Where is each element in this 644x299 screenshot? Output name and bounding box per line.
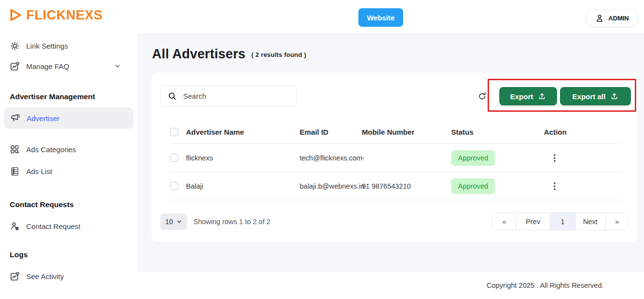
- pagination-controls: « Prev 1 Next »: [492, 212, 629, 230]
- sidebar-section-logs: Logs: [10, 250, 28, 259]
- mobile-number: 91 9876543210: [362, 182, 451, 190]
- person-icon: [595, 14, 604, 23]
- row-actions-menu-icon[interactable]: [551, 154, 623, 162]
- next-page-button[interactable]: Next: [575, 213, 605, 230]
- main-content: All Advertisers( 2 results found ): [137, 33, 644, 272]
- pagination-bar: 10 Showing rows 1 to 2 of 2 « Prev 1 Nex…: [152, 212, 637, 230]
- footer: Copyright 2025 . All Rights Reserved.: [137, 272, 644, 299]
- megaphone-icon: [10, 113, 20, 123]
- sidebar-item-label: Contact Request: [26, 222, 81, 230]
- row-checkbox[interactable]: [170, 182, 178, 190]
- upload-icon: [538, 92, 546, 101]
- activity-icon: [10, 271, 20, 281]
- sidebar-item-label: Advertiser: [27, 114, 60, 123]
- row-actions-menu-icon[interactable]: [551, 182, 623, 191]
- copyright-text: Copyright 2025 . All Rights Reserved.: [487, 281, 604, 289]
- sidebar-item-label: Link Settings: [26, 42, 68, 50]
- sidebar-item-see-activity[interactable]: See Activity: [0, 269, 137, 283]
- rows-summary: Showing rows 1 to 2 of 2: [193, 218, 271, 226]
- page-size-value: 10: [165, 218, 173, 226]
- sidebar-item-label: Ads List: [26, 167, 52, 176]
- gear-icon: [10, 41, 20, 51]
- page-title-text: All Advertisers: [152, 47, 246, 61]
- admin-label: ADMIN: [608, 15, 629, 22]
- advertisers-card: Export Export all: [152, 73, 637, 242]
- results-count: ( 2 results found ): [252, 51, 306, 58]
- search-box: [160, 86, 297, 106]
- search-input[interactable]: [183, 92, 280, 100]
- current-page-button[interactable]: 1: [550, 213, 575, 230]
- refresh-button[interactable]: [473, 87, 491, 106]
- row-checkbox[interactable]: [170, 154, 178, 162]
- activity-icon: [10, 61, 20, 71]
- admin-menu-button[interactable]: ADMIN: [586, 9, 638, 27]
- email-id: balaji.b@webnexs.in: [300, 182, 362, 190]
- sidebar-item-advertiser[interactable]: Advertiser: [4, 107, 134, 129]
- column-header-status: Status: [451, 128, 544, 136]
- status-badge: Approved: [451, 150, 495, 166]
- sidebar: Link Settings Manage FAQ Advertiser Mana…: [0, 33, 137, 299]
- column-header-action: Action: [544, 128, 623, 136]
- prev-page-button[interactable]: Prev: [516, 213, 550, 230]
- table-header-row: Advertiser Name Email ID Mobile Number S…: [170, 121, 623, 144]
- chevron-down-icon[interactable]: [114, 63, 121, 70]
- app-window: FLICKNEXS Website ADMIN Link Settings: [0, 0, 644, 299]
- sidebar-item-manage-faq[interactable]: Manage FAQ: [0, 59, 137, 73]
- list-icon: [10, 166, 20, 176]
- brand-name: FLICKNEXS: [26, 8, 103, 23]
- page-size-select[interactable]: 10: [160, 213, 187, 230]
- table-row: flicknexs tech@flicknexs.com - Approved: [170, 144, 623, 172]
- email-id: tech@flicknexs.com: [300, 154, 362, 162]
- sidebar-item-contact-request[interactable]: Contact Request: [0, 219, 137, 233]
- sidebar-item-ads-categories[interactable]: Ads Categories: [0, 142, 137, 156]
- mobile-number: -: [362, 154, 451, 162]
- sidebar-item-label: Ads Categories: [26, 145, 76, 154]
- select-all-checkbox[interactable]: [170, 128, 178, 136]
- top-bar: FLICKNEXS Website ADMIN: [0, 0, 644, 33]
- sidebar-item-ads-list[interactable]: Ads List: [0, 164, 137, 178]
- column-header-mobile-number: Mobile Number: [362, 128, 451, 136]
- sidebar-item-label: Manage FAQ: [26, 62, 69, 70]
- sidebar-item-label: See Activity: [26, 272, 64, 281]
- last-page-button[interactable]: »: [605, 213, 628, 230]
- sidebar-item-link-settings[interactable]: Link Settings: [0, 39, 137, 53]
- advertisers-table: Advertiser Name Email ID Mobile Number S…: [152, 121, 637, 200]
- website-button[interactable]: Website: [358, 8, 403, 27]
- column-header-advertiser-name: Advertiser Name: [186, 128, 300, 136]
- status-badge: Approved: [451, 178, 495, 194]
- export-all-label: Export all: [572, 92, 605, 101]
- sidebar-section-contact-requests: Contact Requests: [10, 200, 74, 209]
- page-title: All Advertisers( 2 results found ): [152, 47, 306, 62]
- export-label: Export: [510, 92, 533, 101]
- chevron-down-icon: [176, 219, 182, 225]
- play-triangle-icon: [9, 7, 23, 23]
- upload-icon: [610, 92, 619, 101]
- sidebar-section-advertiser-management: Advertiser Management: [10, 92, 95, 101]
- advertiser-name: Balaji: [186, 182, 300, 190]
- column-header-email-id: Email ID: [300, 128, 362, 136]
- export-button[interactable]: Export: [499, 87, 557, 106]
- categories-search-icon: [10, 144, 20, 155]
- first-page-button[interactable]: «: [492, 213, 516, 230]
- table-row: Balaji balaji.b@webnexs.in 91 9876543210…: [170, 172, 623, 200]
- brand-logo[interactable]: FLICKNEXS: [9, 7, 103, 23]
- export-all-button[interactable]: Export all: [560, 87, 631, 106]
- search-icon: [168, 91, 177, 101]
- person-add-icon: [10, 221, 20, 231]
- advertiser-name: flicknexs: [186, 154, 300, 162]
